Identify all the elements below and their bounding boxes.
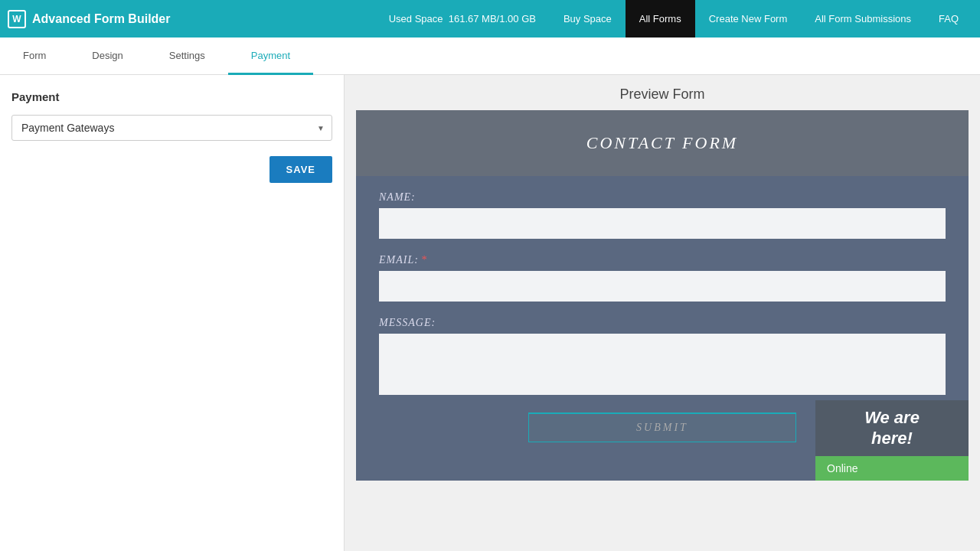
form-header: CONTACT FORM (356, 110, 969, 176)
form-submit-button[interactable]: SUBMIT (528, 412, 796, 442)
navbar-all-form-submissions[interactable]: All Form Submissions (801, 0, 925, 37)
field-group-email: EMAIL:* (379, 254, 946, 302)
field-label-email: EMAIL:* (379, 254, 946, 266)
field-group-message: MESSAGE: (379, 317, 946, 397)
payment-section-label: Payment (11, 90, 332, 103)
left-panel: Payment Payment Gateways PayPal Stripe S… (0, 75, 345, 551)
subtabs: Form Design Settings Payment (0, 37, 980, 75)
we-are-here-status: Online (815, 456, 969, 481)
field-input-name[interactable] (379, 208, 946, 239)
brand-icon: W (8, 10, 26, 28)
field-label-name: NAME: (379, 191, 946, 204)
navbar-faq[interactable]: FAQ (925, 0, 972, 37)
payment-gateway-dropdown-wrapper: Payment Gateways PayPal Stripe (11, 115, 332, 141)
navbar-create-new-form[interactable]: Create New Form (695, 0, 802, 37)
navbar-used-space-label: Used Space 161.67 MB/1.00 GB (375, 0, 550, 37)
field-group-name: NAME: (379, 191, 946, 239)
right-panel: Preview Form CONTACT FORM NAME: EMAIL:* (345, 75, 980, 551)
navbar-all-forms[interactable]: All Forms (626, 0, 695, 37)
navbar-items: Used Space 161.67 MB/1.00 GB Buy Space A… (375, 0, 972, 37)
tab-payment[interactable]: Payment (228, 37, 313, 75)
field-textarea-message[interactable] (379, 334, 946, 395)
we-are-here-widget: We are here! Online (815, 400, 969, 481)
brand-label: Advanced Form Builder (32, 12, 170, 26)
form-preview-container: CONTACT FORM NAME: EMAIL:* MESSAGE: (356, 110, 969, 481)
field-input-email[interactable] (379, 271, 946, 302)
tab-form[interactable]: Form (0, 37, 69, 75)
payment-gateway-dropdown[interactable]: Payment Gateways PayPal Stripe (11, 115, 332, 141)
navbar-buy-space[interactable]: Buy Space (550, 0, 626, 37)
brand: W Advanced Form Builder (8, 10, 170, 28)
required-marker: * (421, 254, 427, 266)
preview-title: Preview Form (345, 75, 980, 110)
tab-settings[interactable]: Settings (146, 37, 228, 75)
field-label-message: MESSAGE: (379, 317, 946, 329)
tab-design[interactable]: Design (69, 37, 145, 75)
save-button[interactable]: SAVE (270, 156, 332, 183)
we-are-here-bubble: We are here! (815, 400, 969, 456)
navbar: W Advanced Form Builder Used Space 161.6… (0, 0, 980, 37)
save-button-row: SAVE (11, 156, 332, 183)
form-header-title: CONTACT FORM (371, 133, 953, 153)
main-layout: Payment Payment Gateways PayPal Stripe S… (0, 75, 980, 551)
